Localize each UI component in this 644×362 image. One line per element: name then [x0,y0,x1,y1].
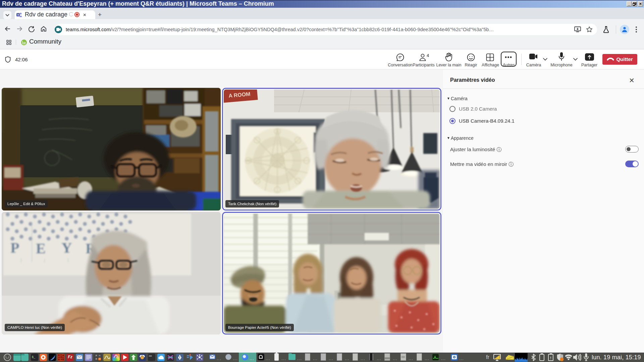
svg-text:E: E [36,240,46,257]
svg-text:T: T [17,13,19,17]
svg-text:P: P [10,240,19,256]
svg-text:Y: Y [61,240,72,256]
